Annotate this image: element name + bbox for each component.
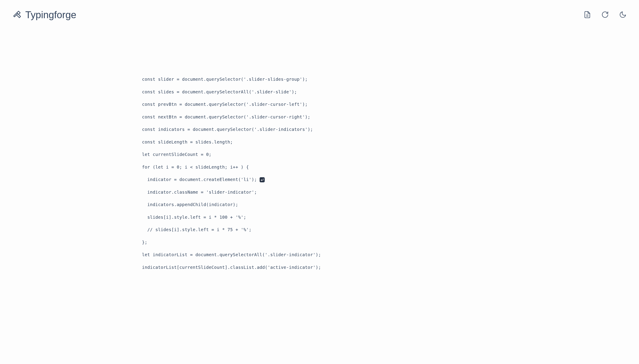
header-actions [584,11,626,19]
refresh-button[interactable] [601,11,609,19]
code-line: const slides = document.querySelectorAll… [142,86,626,98]
code-line: let currentSlideCount = 0; [142,148,626,161]
document-icon [584,11,591,19]
code-line: // slides[i].style.left = i * 75 + '%'; [142,224,626,236]
code-line: const slider = document.querySelector('.… [142,73,626,86]
code-line: for (let i = 0; i < slideLength; i++ ) { [142,161,626,174]
code-line: indicator.className = 'slider-indicator'… [142,186,626,199]
code-line: const slideLength = slides.length; [142,136,626,148]
hammer-icon [12,10,22,20]
code-line: slides[i].style.left = i * 100 + '%'; [142,211,626,224]
code-line: }; [142,236,626,249]
theme-toggle-button[interactable] [619,11,626,19]
code-line: const nextBtn = document.querySelector('… [142,111,626,124]
code-line: const prevBtn = document.querySelector('… [142,98,626,111]
code-line: const indicators = document.querySelecto… [142,123,626,136]
code-line: indicators.appendChild(indicator); [142,198,626,211]
brand-name: Typingforge [25,9,76,20]
typing-cursor-icon [260,177,265,182]
document-button[interactable] [584,11,591,19]
code-line: indicatorList[currentSlideCount].classLi… [142,261,626,274]
brand: Typingforge [12,9,76,20]
code-line: indicator = document.createElement('li')… [142,174,626,186]
header: Typingforge [0,0,639,24]
code-line: let indicatorList = document.querySelect… [142,249,626,261]
refresh-icon [601,11,609,19]
moon-icon [619,11,626,19]
code-area[interactable]: const slider = document.querySelector('.… [0,24,639,274]
